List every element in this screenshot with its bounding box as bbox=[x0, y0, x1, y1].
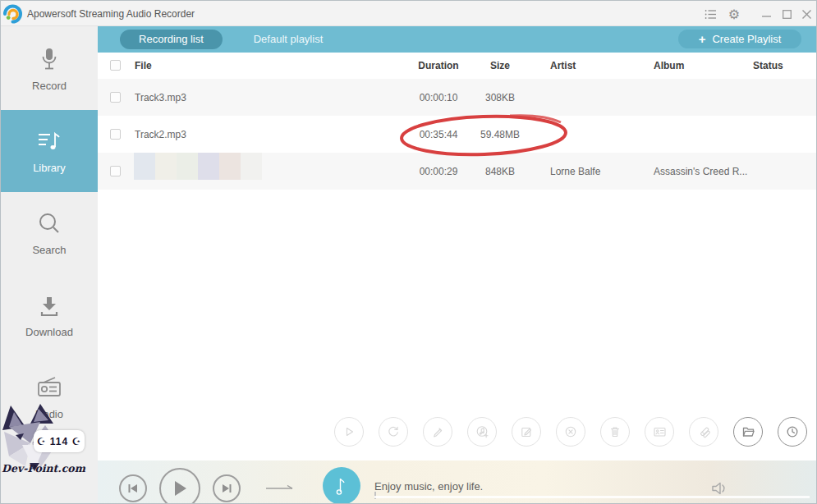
task-list-icon[interactable] bbox=[703, 7, 718, 21]
watermark-badge: ☪ 114 ☪ bbox=[34, 430, 85, 452]
row-checkbox[interactable] bbox=[110, 92, 121, 103]
sidebar-item-label: Download bbox=[1, 326, 98, 338]
previous-track-button[interactable] bbox=[119, 474, 147, 502]
play-track-button[interactable] bbox=[334, 417, 364, 447]
next-track-button[interactable] bbox=[213, 474, 241, 502]
download-arrow-icon bbox=[1, 292, 98, 320]
sidebar-item-label: Record bbox=[1, 80, 98, 92]
sidebar-item-label: Search bbox=[1, 244, 98, 256]
edit-info-button[interactable] bbox=[512, 417, 541, 447]
open-folder-button[interactable] bbox=[733, 417, 763, 447]
watermark-badge-text: ☪ 114 ☪ bbox=[37, 436, 82, 447]
row-checkbox[interactable] bbox=[110, 166, 121, 176]
sidebar-item-library[interactable]: Library bbox=[1, 110, 98, 192]
cell-duration: 00:35:44 bbox=[414, 129, 463, 140]
sidebar-item-search[interactable]: Search bbox=[1, 192, 98, 274]
col-header-file: File bbox=[135, 60, 152, 71]
row-checkbox[interactable] bbox=[110, 129, 121, 140]
col-header-album: Album bbox=[654, 60, 684, 71]
sidebar-item-record[interactable]: Record bbox=[1, 28, 98, 110]
cell-album: Assassin's Creed R... bbox=[654, 166, 747, 177]
col-header-status: Status bbox=[753, 60, 783, 71]
play-order-arrow-icon[interactable] bbox=[265, 483, 295, 493]
create-playlist-button[interactable]: + Create Playlist bbox=[678, 30, 801, 48]
table-header: File Duration Size Artist Album Status bbox=[98, 53, 817, 79]
progress-track[interactable] bbox=[374, 496, 810, 498]
music-list-icon bbox=[1, 128, 98, 156]
tags-button[interactable] bbox=[689, 417, 718, 447]
sidebar-item-label: Library bbox=[1, 162, 98, 174]
refresh-convert-button[interactable] bbox=[379, 417, 408, 447]
settings-gear-icon[interactable]: ⚙ bbox=[727, 7, 741, 21]
playlist-tabbar: Recording list Default playlist + Create… bbox=[98, 26, 817, 53]
album-art bbox=[323, 467, 360, 504]
music-note-icon bbox=[333, 475, 351, 497]
cell-duration: 00:00:29 bbox=[414, 166, 463, 177]
edit-button[interactable] bbox=[423, 417, 452, 447]
minimize-button[interactable] bbox=[759, 7, 773, 21]
cell-file: Track2.mp3 bbox=[135, 129, 186, 140]
col-header-size: Size bbox=[475, 60, 525, 71]
volume-icon[interactable] bbox=[710, 480, 730, 497]
delete-trash-button[interactable] bbox=[600, 417, 630, 447]
tab-recording-list[interactable]: Recording list bbox=[120, 30, 223, 49]
table-row[interactable]: 00:00:29 848KB Lorne Balfe Assassin's Cr… bbox=[98, 153, 817, 190]
cell-size: 59.48MB bbox=[475, 129, 525, 140]
cell-artist: Lorne Balfe bbox=[550, 166, 600, 177]
create-playlist-label: Create Playlist bbox=[712, 33, 781, 45]
col-header-duration: Duration bbox=[414, 60, 463, 71]
redacted-filename-mosaic bbox=[134, 153, 262, 180]
close-button[interactable] bbox=[799, 7, 814, 21]
cell-file: Track3.mp3 bbox=[135, 92, 186, 103]
history-clock-button[interactable] bbox=[778, 417, 807, 447]
col-header-artist: Artist bbox=[550, 60, 576, 71]
player-bar: Enjoy music, enjoy life. bbox=[98, 460, 817, 504]
player-slogan: Enjoy music, enjoy life. bbox=[374, 480, 483, 493]
table-row[interactable]: Track2.mp3 00:35:44 59.48MB bbox=[98, 116, 817, 153]
maximize-button[interactable] bbox=[779, 7, 794, 21]
cell-size: 308KB bbox=[475, 92, 525, 103]
window-title: Apowersoft Streaming Audio Recorder bbox=[27, 8, 195, 20]
cell-duration: 00:00:10 bbox=[414, 92, 463, 103]
library-toolbar bbox=[98, 415, 817, 460]
plus-icon: + bbox=[699, 32, 706, 46]
select-all-checkbox[interactable] bbox=[110, 60, 121, 71]
titlebar: Apowersoft Streaming Audio Recorder ⚙ bbox=[1, 1, 816, 26]
cell-size: 848KB bbox=[475, 166, 525, 177]
app-logo-icon bbox=[2, 3, 23, 25]
magnifier-icon bbox=[1, 210, 98, 238]
sidebar-item-download[interactable]: Download bbox=[1, 274, 98, 356]
play-button[interactable] bbox=[159, 468, 200, 504]
id3-tag-button[interactable] bbox=[645, 417, 674, 447]
table-row[interactable]: Track3.mp3 00:00:10 308KB bbox=[98, 79, 817, 116]
tab-default-playlist[interactable]: Default playlist bbox=[236, 30, 341, 49]
remove-button[interactable] bbox=[556, 417, 585, 447]
radio-icon bbox=[1, 374, 98, 402]
watermark-site-text: Dev-Point.com bbox=[1, 462, 86, 474]
microphone-icon bbox=[1, 46, 98, 74]
sidebar: Record Library Search bbox=[1, 26, 98, 504]
identify-song-button[interactable] bbox=[467, 417, 497, 447]
main-panel: Recording list Default playlist + Create… bbox=[98, 26, 817, 504]
app-window: Apowersoft Streaming Audio Recorder ⚙ bbox=[0, 0, 817, 504]
